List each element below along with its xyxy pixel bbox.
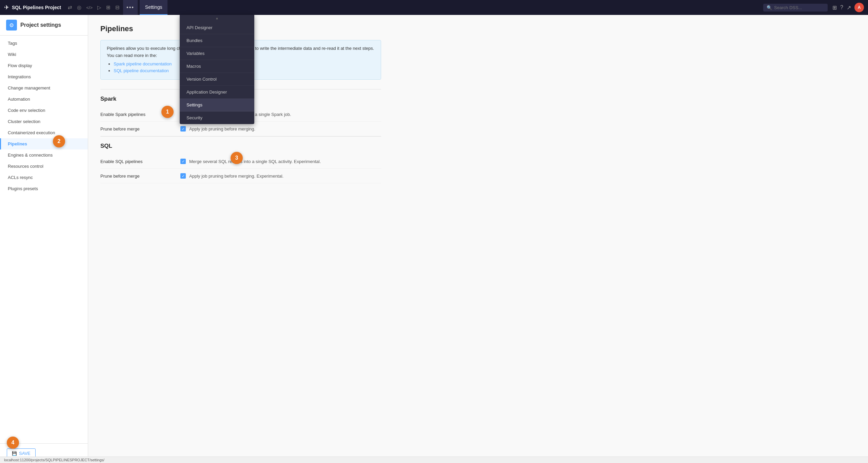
- sidebar-nav: Tags Wiki Flow display Integrations Chan…: [0, 36, 88, 443]
- sidebar-item-pipelines[interactable]: Pipelines: [0, 138, 88, 149]
- dropdown-item-security[interactable]: Security: [180, 112, 254, 124]
- logo-icon: ✈: [4, 4, 9, 11]
- settings-header: ⚙ Project settings: [0, 15, 88, 36]
- save-icon: 💾: [12, 451, 17, 456]
- sidebar-item-containerized-execution[interactable]: Containerized execution: [0, 127, 88, 138]
- share-icon[interactable]: ⇄: [66, 3, 74, 12]
- sql-section-title: SQL: [100, 136, 381, 154]
- settings-sidebar: ⚙ Project settings Tags Wiki Flow displa…: [0, 15, 88, 463]
- dropdown-menu: ▲ API Designer Bundles Variables Macros …: [180, 15, 254, 124]
- sidebar-item-acls-resync[interactable]: ACLs resync: [0, 172, 88, 183]
- sidebar-item-engines-connections[interactable]: Engines & connections: [0, 149, 88, 161]
- top-nav: ✈ SQL Pipelines Project ⇄ ◎ </> ▷ ⊞ ⊟ ••…: [0, 0, 868, 15]
- dropdown-arrow: ▲: [180, 15, 254, 21]
- prune-sql-description: Apply job pruning before merging. Experi…: [189, 174, 283, 179]
- sidebar-item-automation[interactable]: Automation: [0, 94, 88, 105]
- sql-section: SQL Enable SQL pipelines ✓ Merge several…: [100, 136, 381, 183]
- dropdown-item-api-designer[interactable]: API Designer: [180, 21, 254, 34]
- annotation-2: 2: [53, 135, 65, 147]
- data-icon[interactable]: ⊞: [105, 3, 112, 12]
- more-button[interactable]: •••: [123, 0, 138, 15]
- enable-sql-checkbox[interactable]: ✓: [180, 159, 186, 164]
- enable-sql-label: Enable SQL pipelines: [100, 159, 175, 164]
- prune-sql-label: Prune before merge: [100, 174, 175, 179]
- sidebar-item-plugins-presets[interactable]: Plugins presets: [0, 183, 88, 194]
- sidebar-item-flow-display[interactable]: Flow display: [0, 60, 88, 71]
- info-link-sql[interactable]: SQL pipeline documentation: [114, 68, 169, 73]
- external-link-icon[interactable]: ↗: [847, 4, 851, 11]
- search-icon: 🔍: [767, 5, 772, 10]
- target-icon[interactable]: ◎: [76, 3, 83, 12]
- settings-tab[interactable]: Settings: [140, 0, 168, 15]
- dashboard-icon[interactable]: ⊟: [114, 3, 121, 12]
- sidebar-item-integrations[interactable]: Integrations: [0, 71, 88, 82]
- prune-spark-checkbox[interactable]: ✓: [180, 126, 186, 132]
- dropdown-item-application-designer[interactable]: Application Designer: [180, 86, 254, 99]
- dropdown-item-macros[interactable]: Macros: [180, 60, 254, 73]
- play-icon[interactable]: ▷: [96, 3, 103, 12]
- enable-sql-control: ✓ Merge several SQL recipes into a singl…: [180, 159, 321, 164]
- app-body: ⚙ Project settings Tags Wiki Flow displa…: [0, 15, 868, 463]
- prune-sql-checkbox[interactable]: ✓: [180, 173, 186, 179]
- annotation-4: 4: [7, 437, 19, 449]
- project-name[interactable]: SQL Pipelines Project: [12, 5, 61, 10]
- dropdown-item-variables[interactable]: Variables: [180, 47, 254, 60]
- help-icon[interactable]: ?: [840, 4, 843, 11]
- search-input[interactable]: [774, 5, 822, 10]
- prune-sql-control: ✓ Apply job pruning before merging. Expe…: [180, 173, 283, 179]
- grid-icon[interactable]: ⊞: [832, 4, 837, 11]
- sidebar-item-tags[interactable]: Tags: [0, 38, 88, 49]
- search-box[interactable]: 🔍: [763, 4, 828, 12]
- settings-title: Project settings: [20, 22, 61, 28]
- dropdown-item-version-control[interactable]: Version Control: [180, 73, 254, 86]
- info-link-spark[interactable]: Spark pipeline documentation: [114, 61, 172, 66]
- sidebar-item-change-management[interactable]: Change management: [0, 82, 88, 94]
- prune-sql-row: Prune before merge ✓ Apply job pruning b…: [100, 169, 381, 183]
- enable-sql-description: Merge several SQL recipes into a single …: [189, 159, 321, 164]
- sidebar-item-code-env-selection[interactable]: Code env selection: [0, 105, 88, 116]
- annotation-3: 3: [231, 152, 243, 164]
- sidebar-item-wiki[interactable]: Wiki: [0, 49, 88, 60]
- dropdown-item-settings[interactable]: Settings: [180, 99, 254, 112]
- top-nav-right: ⊞ ? ↗ A: [832, 3, 864, 12]
- prune-spark-label: Prune before merge: [100, 126, 175, 132]
- info-read-more: You can read more in the:: [107, 53, 157, 58]
- gear-icon: ⚙: [6, 20, 17, 31]
- status-url: localhost:11200/projects/SQLPIPELINESPRO…: [4, 458, 104, 462]
- prune-spark-description: Apply job pruning before merging.: [189, 126, 255, 132]
- prune-spark-control: ✓ Apply job pruning before merging.: [180, 126, 255, 132]
- sidebar-item-cluster-selection[interactable]: Cluster selection: [0, 116, 88, 127]
- annotation-1: 1: [161, 106, 174, 118]
- code-icon[interactable]: </>: [85, 4, 94, 12]
- sidebar-item-resources-control[interactable]: Resources control: [0, 161, 88, 172]
- dropdown-item-bundles[interactable]: Bundles: [180, 34, 254, 47]
- avatar[interactable]: A: [854, 3, 864, 12]
- status-bar: localhost:11200/projects/SQLPIPELINESPRO…: [0, 457, 868, 463]
